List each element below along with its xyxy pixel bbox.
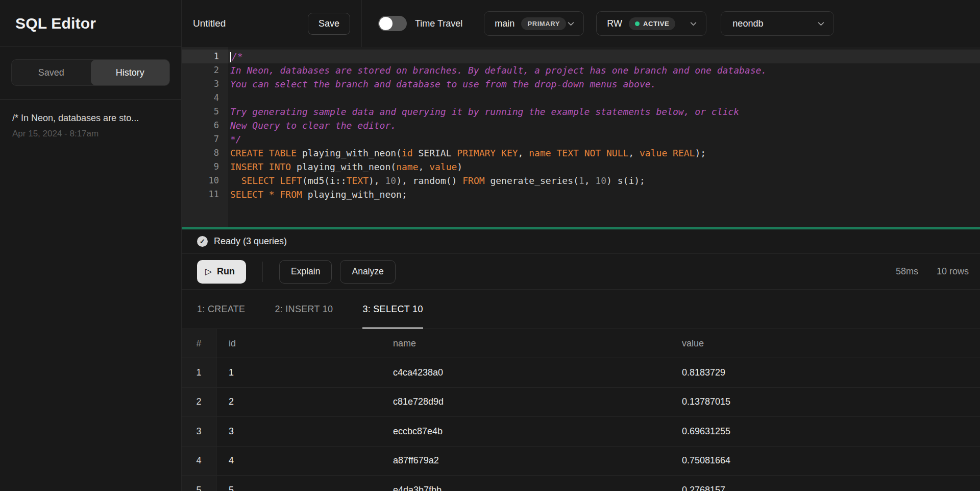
code-line-5[interactable]: 5Try generating sample data and querying…	[182, 105, 980, 119]
topbar: Untitled Save Time Travel main PRIMARY R	[182, 0, 980, 47]
results-table: #idnamevalue11c4ca4238a00.818372922c81e7…	[182, 329, 980, 491]
code-token: generate_series(	[485, 175, 579, 186]
code-token: id	[402, 148, 413, 158]
table-cell: a87ff679a2	[381, 447, 670, 476]
code-token: ,	[518, 148, 529, 158]
code-token: You can select the branch and database t…	[230, 79, 656, 89]
code-token: )	[457, 161, 462, 172]
chevron-down-icon	[817, 19, 825, 28]
query-title-section: Untitled Save	[182, 0, 361, 47]
page-title: SQL Editor	[15, 15, 96, 32]
table-cell: 0.75081664	[670, 447, 980, 476]
result-tab-1[interactable]: 1: CREATE	[197, 290, 245, 329]
sidebar-header: SQL Editor	[0, 0, 181, 47]
compute-dropdown[interactable]: RW ACTIVE	[596, 11, 706, 36]
code-token: LEFT	[280, 175, 302, 186]
code-line-11[interactable]: 11SELECT * FROM playing_with_neon;	[182, 188, 980, 201]
compute-name: RW	[607, 18, 622, 29]
code-token: PRIMARY KEY	[457, 148, 518, 158]
sidebar-tab-saved[interactable]: Saved	[12, 60, 91, 85]
database-dropdown[interactable]: neondb	[721, 11, 834, 36]
code-token: 10	[595, 175, 606, 186]
table-cell: 1	[216, 358, 381, 387]
code-token: REAL	[673, 148, 695, 158]
code-token: SERIAL	[413, 148, 457, 158]
code-token	[275, 175, 280, 186]
code-editor[interactable]: 1/*2In Neon, databases are stored on bra…	[182, 47, 980, 227]
history-item[interactable]: /* In Neon, databases are sto... Apr 15,…	[12, 113, 169, 139]
saved-history-segmented-control: SavedHistory	[11, 59, 170, 86]
code-text: SELECT * FROM playing_with_neon;	[228, 188, 407, 201]
code-text	[228, 91, 230, 105]
code-line-3[interactable]: 3You can select the branch and database …	[182, 77, 980, 91]
time-travel-toggle[interactable]	[378, 16, 407, 31]
code-token: name	[396, 161, 418, 172]
branch-dropdown[interactable]: main PRIMARY	[484, 11, 584, 36]
table-cell: c4ca4238a0	[381, 358, 670, 387]
chevron-down-icon	[567, 19, 575, 28]
table-cell: 5	[216, 476, 381, 491]
code-text: You can select the branch and database t…	[228, 77, 656, 91]
status-bar: ✓ Ready (3 queries)	[182, 229, 980, 254]
code-lines: 1/*2In Neon, databases are stored on bra…	[182, 47, 980, 201]
table-cell: eccbc87e4b	[381, 417, 670, 446]
code-token: ),	[369, 175, 385, 186]
table-row[interactable]: 44a87ff679a20.75081664	[182, 447, 980, 476]
code-line-2[interactable]: 2In Neon, databases are stored on branch…	[182, 63, 980, 77]
result-tab-2[interactable]: 2: INSERT 10	[275, 290, 333, 329]
sidebar-tabs-section: SavedHistory	[0, 47, 181, 100]
table-row[interactable]: 33eccbc87e4b0.69631255	[182, 417, 980, 447]
code-text: Try generating sample data and querying …	[228, 105, 739, 119]
result-tab-3[interactable]: 3: SELECT 10	[362, 290, 423, 329]
explain-button[interactable]: Explain	[279, 260, 332, 284]
table-row[interactable]: 11c4ca4238a00.8183729	[182, 358, 980, 388]
code-token: ,	[418, 161, 429, 172]
run-button[interactable]: ▷ Run	[197, 260, 246, 284]
code-line-4[interactable]: 4	[182, 91, 980, 105]
code-token: Try generating sample data and querying …	[230, 106, 739, 117]
results-column-header: value	[670, 329, 980, 358]
code-token: SELECT * FROM	[230, 189, 302, 200]
code-token: */	[230, 134, 241, 145]
check-circle-icon: ✓	[197, 236, 208, 247]
table-row[interactable]: 22c81e728d9d0.13787015	[182, 388, 980, 417]
database-name: neondb	[732, 18, 763, 29]
table-cell: 0.2768157	[670, 476, 980, 491]
primary-badge: PRIMARY	[521, 17, 566, 30]
save-button[interactable]: Save	[308, 13, 350, 35]
code-token: 1	[579, 175, 584, 186]
line-number: 9	[182, 160, 228, 174]
code-line-9[interactable]: 9INSERT INTO playing_with_neon(name, val…	[182, 160, 980, 174]
sidebar-tab-history[interactable]: History	[91, 60, 170, 85]
code-token: New Query to clear the editor.	[230, 120, 396, 131]
code-token: INSERT INTO	[230, 161, 291, 172]
table-cell: 0.8183729	[670, 358, 980, 387]
table-cell: 0.13787015	[670, 388, 980, 417]
code-line-7[interactable]: 7*/	[182, 132, 980, 146]
line-number: 4	[182, 91, 228, 105]
line-number: 11	[182, 188, 228, 201]
code-text: /*	[228, 50, 243, 63]
table-cell: 4	[216, 447, 381, 476]
sql-editor-app: SQL Editor SavedHistory /* In Neon, data…	[0, 0, 980, 491]
code-token: 10	[385, 175, 397, 186]
code-token: In Neon, databases are stored on branche…	[230, 65, 767, 76]
main-panel: Untitled Save Time Travel main PRIMARY R	[182, 0, 980, 491]
analyze-button[interactable]: Analyze	[340, 260, 395, 284]
code-token	[230, 175, 241, 186]
code-token: ,	[628, 148, 640, 158]
code-text: In Neon, databases are stored on branche…	[228, 63, 767, 77]
results-column-header: name	[381, 329, 670, 358]
code-token: value	[429, 161, 457, 172]
code-line-10[interactable]: 10 SELECT LEFT(md5(i::TEXT), 10), random…	[182, 174, 980, 188]
code-text: INSERT INTO playing_with_neon(name, valu…	[228, 160, 462, 174]
code-token	[551, 148, 557, 158]
code-token: ), random()	[396, 175, 462, 186]
table-row[interactable]: 55e4da3b7fbb0.2768157	[182, 476, 980, 491]
branch-name: main	[495, 18, 514, 29]
code-line-1[interactable]: 1/*	[182, 50, 980, 63]
line-number: 6	[182, 119, 228, 132]
code-line-8[interactable]: 8CREATE TABLE playing_with_neon(id SERIA…	[182, 146, 980, 160]
table-cell: 1	[182, 358, 216, 387]
code-line-6[interactable]: 6New Query to clear the editor.	[182, 119, 980, 132]
